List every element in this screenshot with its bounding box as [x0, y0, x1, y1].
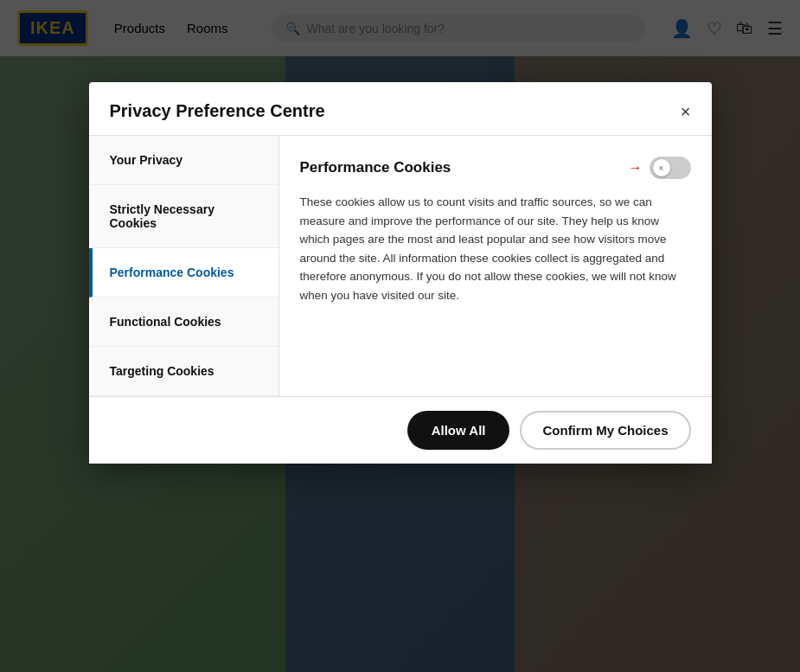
sidebar-item-functional[interactable]: Functional Cookies — [89, 298, 278, 347]
modal-footer: Allow All Confirm My Choices — [89, 396, 712, 464]
close-button[interactable]: × — [681, 103, 691, 120]
arrow-indicator: → — [629, 160, 643, 176]
privacy-preference-modal: Privacy Preference Centre × Your Privacy… — [89, 82, 712, 464]
allow-all-button[interactable]: Allow All — [407, 411, 510, 450]
content-panel: Performance Cookies → × These cookies al… — [279, 136, 712, 396]
modal-body: Your Privacy Strictly Necessary Cookies … — [89, 136, 712, 396]
panel-description: These cookies allow us to count visits a… — [300, 193, 691, 305]
sidebar: Your Privacy Strictly Necessary Cookies … — [89, 136, 279, 396]
modal-header: Privacy Preference Centre × — [89, 82, 712, 136]
confirm-choices-button[interactable]: Confirm My Choices — [520, 411, 690, 450]
sidebar-item-your-privacy[interactable]: Your Privacy — [89, 136, 278, 185]
panel-scroll[interactable]: Performance Cookies → × These cookies al… — [279, 136, 712, 396]
sidebar-item-strictly-necessary[interactable]: Strictly Necessary Cookies — [89, 185, 278, 248]
sidebar-item-targeting[interactable]: Targeting Cookies — [89, 347, 278, 396]
modal-backdrop: Privacy Preference Centre × Your Privacy… — [0, 0, 800, 672]
performance-cookies-toggle[interactable]: × — [650, 157, 691, 179]
modal-title: Privacy Preference Centre — [110, 101, 325, 121]
panel-section-title: Performance Cookies — [300, 159, 451, 176]
panel-header: Performance Cookies → × — [300, 157, 691, 179]
toggle-knob: × — [653, 159, 670, 176]
toggle-container: → × — [629, 157, 691, 179]
sidebar-item-performance[interactable]: Performance Cookies — [89, 248, 278, 298]
